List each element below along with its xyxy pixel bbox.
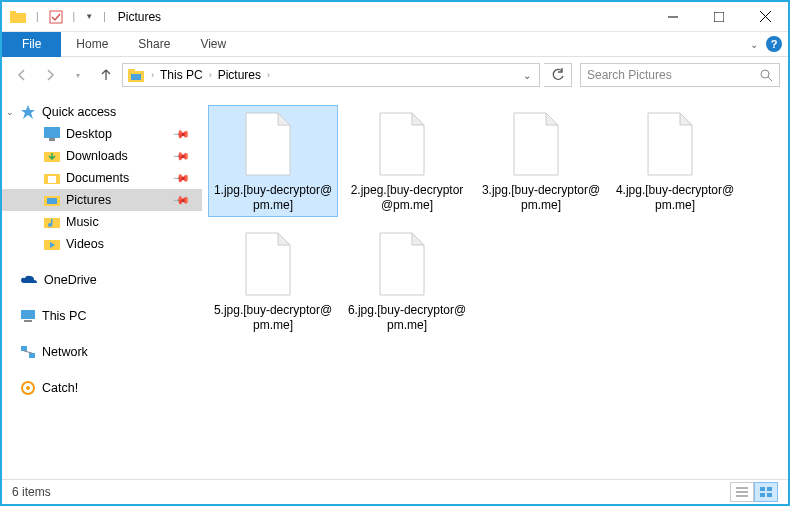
collapse-icon[interactable]: ⌄	[6, 107, 14, 117]
file-item[interactable]: 1.jpg.[buy-decryptor@pm.me]	[208, 105, 338, 217]
sidebar-item-label: Music	[66, 215, 99, 229]
ribbon-expand-icon[interactable]: ⌄	[750, 39, 758, 50]
svg-rect-2	[50, 11, 62, 23]
svg-rect-25	[21, 346, 27, 351]
svg-rect-8	[128, 69, 135, 73]
file-item[interactable]: 3.jpg.[buy-decryptor@pm.me]	[476, 105, 606, 217]
file-item[interactable]: 6.jpg.[buy-decryptor@pm.me]	[342, 225, 472, 337]
minimize-button[interactable]	[650, 2, 696, 32]
sidebar-item-label: Desktop	[66, 127, 112, 141]
network-icon	[20, 345, 36, 359]
svg-rect-13	[49, 138, 55, 141]
sidebar-item-catch[interactable]: Catch!	[2, 377, 202, 399]
view-switcher	[730, 482, 778, 502]
item-count: 6 items	[12, 485, 51, 499]
sidebar-item-label: This PC	[42, 309, 86, 323]
sidebar-item-label: OneDrive	[44, 273, 97, 287]
files-view[interactable]: 1.jpg.[buy-decryptor@pm.me]2.jpeg.[buy-d…	[202, 93, 788, 479]
breadcrumb-root[interactable]: This PC	[160, 68, 203, 82]
sidebar-item-this-pc[interactable]: This PC	[2, 305, 202, 327]
star-icon	[20, 104, 36, 120]
svg-rect-33	[760, 487, 765, 491]
pictures-icon	[44, 193, 60, 207]
sidebar-item-videos[interactable]: Videos	[2, 233, 202, 255]
recent-dropdown-icon[interactable]: ▾	[66, 63, 90, 87]
up-button[interactable]	[94, 63, 118, 87]
file-icon	[640, 109, 710, 179]
file-name: 4.jpg.[buy-decryptor@pm.me]	[614, 183, 736, 213]
file-name: 5.jpg.[buy-decryptor@pm.me]	[212, 303, 334, 333]
address-dropdown-icon[interactable]: ⌄	[519, 70, 535, 81]
details-view-button[interactable]	[730, 482, 754, 502]
quick-access-node[interactable]: ⌄ Quick access	[2, 101, 202, 123]
documents-icon	[44, 171, 60, 185]
file-name: 6.jpg.[buy-decryptor@pm.me]	[346, 303, 468, 333]
sidebar-item-label: Network	[42, 345, 88, 359]
qat-dropdown-icon[interactable]: ▼	[85, 12, 93, 21]
file-tab[interactable]: File	[2, 32, 61, 57]
search-input[interactable]: Search Pictures	[580, 63, 780, 87]
chevron-right-icon[interactable]: ›	[151, 70, 154, 80]
svg-line-27	[24, 351, 32, 353]
chevron-right-icon[interactable]: ›	[267, 70, 270, 80]
navigation-pane: ⌄ Quick access Desktop 📌 Downloads 📌 Doc…	[2, 93, 202, 479]
separator: |	[36, 11, 39, 22]
svg-rect-36	[767, 493, 772, 497]
chevron-right-icon[interactable]: ›	[209, 70, 212, 80]
forward-button[interactable]	[38, 63, 62, 87]
sidebar-item-music[interactable]: Music	[2, 211, 202, 233]
tab-view[interactable]: View	[185, 32, 241, 57]
maximize-button[interactable]	[696, 2, 742, 32]
properties-icon[interactable]	[49, 10, 63, 24]
address-bar[interactable]: › This PC › Pictures › ⌄	[122, 63, 540, 87]
window-controls	[650, 2, 788, 32]
close-button[interactable]	[742, 2, 788, 32]
file-icon	[238, 109, 308, 179]
search-placeholder: Search Pictures	[587, 68, 672, 82]
tab-share[interactable]: Share	[123, 32, 185, 57]
ribbon-tabs: File Home Share View ⌄ ?	[2, 32, 788, 57]
pin-icon: 📌	[171, 190, 190, 209]
separator: |	[103, 11, 106, 22]
sidebar-item-network[interactable]: Network	[2, 341, 202, 363]
file-item[interactable]: 5.jpg.[buy-decryptor@pm.me]	[208, 225, 338, 337]
svg-rect-26	[29, 353, 35, 358]
sidebar-item-pictures[interactable]: Pictures 📌	[2, 189, 202, 211]
svg-point-29	[26, 386, 30, 390]
titlebar: | | ▼ | Pictures	[2, 2, 788, 32]
svg-rect-34	[767, 487, 772, 491]
file-icon	[372, 229, 442, 299]
catch-icon	[20, 380, 36, 396]
refresh-button[interactable]	[544, 63, 572, 87]
svg-rect-23	[21, 310, 35, 319]
sidebar-item-documents[interactable]: Documents 📌	[2, 167, 202, 189]
videos-icon	[44, 237, 60, 251]
downloads-icon	[44, 149, 60, 163]
tab-home[interactable]: Home	[61, 32, 123, 57]
navigation-row: ▾ › This PC › Pictures › ⌄ Search Pictur…	[2, 57, 788, 93]
file-icon	[372, 109, 442, 179]
icons-view-button[interactable]	[754, 482, 778, 502]
svg-rect-1	[10, 11, 16, 15]
sidebar-item-downloads[interactable]: Downloads 📌	[2, 145, 202, 167]
sidebar-item-desktop[interactable]: Desktop 📌	[2, 123, 202, 145]
pictures-folder-icon	[127, 67, 145, 83]
file-name: 2.jpeg.[buy-decryptor@pm.me]	[346, 183, 468, 213]
desktop-icon	[44, 127, 60, 141]
sidebar-item-onedrive[interactable]: OneDrive	[2, 269, 202, 291]
svg-rect-4	[714, 12, 724, 22]
separator: |	[73, 11, 76, 22]
status-bar: 6 items	[2, 479, 788, 503]
breadcrumb-current[interactable]: Pictures	[218, 68, 261, 82]
file-item[interactable]: 4.jpg.[buy-decryptor@pm.me]	[610, 105, 740, 217]
sidebar-item-label: Downloads	[66, 149, 128, 163]
svg-rect-35	[760, 493, 765, 497]
help-icon[interactable]: ?	[766, 36, 782, 52]
file-icon	[238, 229, 308, 299]
sidebar-item-label: Quick access	[42, 105, 116, 119]
file-item[interactable]: 2.jpeg.[buy-decryptor@pm.me]	[342, 105, 472, 217]
pc-icon	[20, 309, 36, 323]
back-button[interactable]	[10, 63, 34, 87]
quick-access-toolbar: | | ▼ |	[10, 10, 112, 24]
music-icon	[44, 215, 60, 229]
